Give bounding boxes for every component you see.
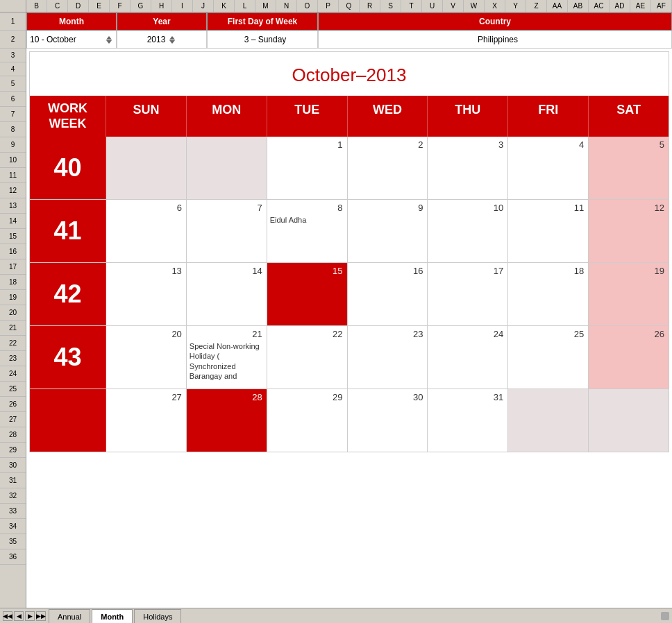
nav-next-btn[interactable]: ▶	[25, 611, 35, 621]
row-num-31: 31	[0, 473, 26, 488]
month-dropdown-arrow[interactable]	[105, 36, 113, 44]
cal-day-cell-w2d2[interactable]: 8Eidul Adha	[267, 200, 348, 262]
cal-day-cell-w1d3[interactable]: 2	[348, 137, 428, 199]
cal-day-cell-w2d6[interactable]: 12	[589, 200, 669, 262]
cal-day-cell-w2d3[interactable]: 9	[348, 200, 428, 262]
cal-day-cell-w5d4[interactable]: 31	[428, 389, 508, 452]
cal-day-cell-w3d1[interactable]: 14	[187, 263, 267, 325]
scroll-indicator[interactable]	[661, 612, 669, 620]
cal-day-cell-w4d4[interactable]: 24	[428, 326, 508, 389]
cal-day-cell-w5d3[interactable]: 30	[348, 389, 428, 452]
row-num-6: 6	[0, 92, 26, 107]
nav-last-btn[interactable]: ▶▶	[36, 611, 46, 621]
cal-day-cell-w1d6[interactable]: 5	[589, 137, 669, 199]
tab-holidays[interactable]: Holidays	[134, 609, 181, 623]
cal-day-cell-w1d1[interactable]	[187, 137, 267, 199]
header-sun: SUN	[106, 96, 187, 137]
day-number: 15	[333, 266, 342, 276]
day-event: Special Non-working Holiday ( Synchroniz…	[190, 341, 264, 381]
col-header-E: E	[89, 0, 110, 12]
month-input-cell[interactable]: 10 - October	[26, 31, 117, 49]
cal-week-row-4: 432021Special Non-working Holiday ( Sync…	[30, 326, 669, 389]
year-up-icon	[169, 36, 175, 40]
cal-day-cell-w5d1[interactable]: 28	[187, 389, 267, 452]
cal-day-cell-w2d5[interactable]: 11	[508, 200, 589, 262]
input-row: 10 - October 2013 3 – Sunday	[26, 31, 672, 49]
col-header-K: K	[214, 0, 235, 12]
sheet-nav-arrows[interactable]: ◀◀ ◀ ▶ ▶▶	[3, 611, 46, 621]
cal-day-cell-w3d2[interactable]: 15	[267, 263, 348, 325]
cal-day-cell-w3d0[interactable]: 13	[106, 263, 187, 325]
cal-day-cell-w4d1[interactable]: 21Special Non-working Holiday ( Synchron…	[187, 326, 267, 389]
col-header-U: U	[422, 0, 443, 12]
cal-day-cell-w4d5[interactable]: 25	[508, 326, 589, 389]
header-mon: MON	[187, 96, 267, 137]
day-number: 22	[333, 329, 342, 339]
nav-prev-btn[interactable]: ◀	[14, 611, 24, 621]
day-number: 27	[171, 392, 181, 402]
cal-day-cell-w5d2[interactable]: 29	[267, 389, 348, 452]
year-header: Year	[117, 12, 207, 31]
col-header-Z: Z	[526, 0, 547, 12]
tab-month[interactable]: Month	[92, 609, 133, 623]
row-numbers: 1234567891011121314151617181920212223242…	[0, 12, 26, 608]
nav-first-btn[interactable]: ◀◀	[3, 611, 12, 621]
year-down-icon	[169, 40, 175, 44]
row-num-27: 27	[0, 412, 26, 427]
cal-day-cell-w4d2[interactable]: 22	[267, 326, 348, 389]
cal-day-cell-w2d4[interactable]: 10	[428, 200, 508, 262]
day-number: 5	[660, 139, 664, 150]
cal-day-cell-w3d6[interactable]: 19	[589, 263, 669, 325]
calendar-container: October–2013 WORKWEEK SUN MON TUE WED TH…	[29, 51, 669, 452]
day-number: 2	[418, 139, 423, 150]
first-day-input-cell[interactable]: 3 – Sunday	[207, 31, 318, 49]
row-num-10: 10	[0, 153, 26, 168]
day-number: 25	[574, 329, 584, 339]
cal-day-cell-w5d5[interactable]	[508, 389, 589, 452]
tab-annual[interactable]: Annual	[49, 609, 90, 623]
year-input-cell[interactable]: 2013	[117, 31, 207, 49]
day-number: 31	[494, 392, 503, 402]
row-num-3: 3	[0, 49, 26, 62]
cal-day-cell-w4d3[interactable]: 23	[348, 326, 428, 389]
cal-day-cell-w1d5[interactable]: 4	[508, 137, 589, 199]
cal-day-cell-w3d4[interactable]: 17	[428, 263, 508, 325]
row-num-21: 21	[0, 321, 26, 336]
cal-day-cell-w4d0[interactable]: 20	[106, 326, 187, 389]
cal-day-cell-w3d3[interactable]: 16	[348, 263, 428, 325]
year-spinner[interactable]	[168, 36, 176, 44]
day-number: 21	[252, 329, 262, 339]
cal-day-cell-w1d0[interactable]	[106, 137, 187, 199]
cal-day-cell-w1d4[interactable]: 3	[428, 137, 508, 199]
day-number: 28	[252, 392, 262, 402]
cal-day-cell-w5d0[interactable]: 27	[106, 389, 187, 452]
row-num-4: 4	[0, 62, 26, 76]
cal-day-cell-w4d6[interactable]: 26	[589, 326, 669, 389]
week-num-	[30, 389, 106, 452]
header-fri: FRI	[508, 96, 589, 137]
cal-day-cell-w2d0[interactable]: 6	[106, 200, 187, 262]
row-num-5: 5	[0, 76, 26, 92]
cal-week-row-2: 41678Eidul Adha9101112	[30, 200, 669, 263]
cal-day-cell-w5d6[interactable]	[589, 389, 669, 452]
day-number: 19	[655, 266, 664, 276]
row-num-30: 30	[0, 458, 26, 473]
col-header-N: N	[276, 0, 297, 12]
country-input-cell[interactable]: Philippines	[318, 31, 672, 49]
day-number: 26	[655, 329, 664, 339]
calendar-header: WORKWEEK SUN MON TUE WED THU FRI SAT	[30, 96, 669, 137]
col-header-B: B	[26, 0, 47, 12]
col-header-F: F	[110, 0, 131, 12]
row-num-13: 13	[0, 198, 26, 214]
work-week-header: WORKWEEK	[30, 96, 106, 137]
cal-day-cell-w1d2[interactable]: 1	[267, 137, 348, 199]
cal-day-cell-w3d5[interactable]: 18	[508, 263, 589, 325]
arrow-down-icon	[106, 40, 112, 44]
col-header-AC: AC	[589, 0, 610, 12]
column-headers: BCDEFGHIJKLMNOPQRSTUVWXYZAAABACADAEAF	[0, 0, 672, 12]
cal-day-cell-w2d1[interactable]: 7	[187, 200, 267, 262]
col-header-G: G	[131, 0, 151, 12]
day-number: 13	[171, 266, 181, 276]
spreadsheet: BCDEFGHIJKLMNOPQRSTUVWXYZAAABACADAEAF 12…	[0, 0, 672, 623]
col-header-H: H	[151, 0, 172, 12]
